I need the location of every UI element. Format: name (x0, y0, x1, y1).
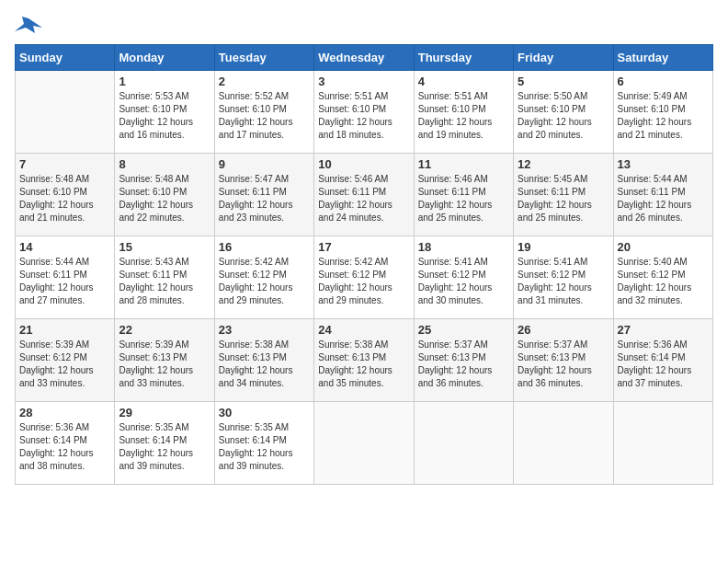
calendar-cell: 11 Sunrise: 5:46 AMSunset: 6:11 PMDaylig… (414, 154, 513, 236)
day-number: 15 (119, 240, 210, 254)
calendar-cell: 26 Sunrise: 5:37 AMSunset: 6:13 PMDaylig… (514, 319, 613, 402)
day-header-tuesday: Tuesday (214, 45, 313, 71)
day-info: Sunrise: 5:48 AMSunset: 6:10 PMDaylight:… (119, 173, 210, 224)
day-number: 3 (318, 75, 409, 88)
calendar-cell: 24 Sunrise: 5:38 AMSunset: 6:13 PMDaylig… (314, 319, 414, 402)
calendar-week-row: 1 Sunrise: 5:53 AMSunset: 6:10 PMDayligh… (16, 71, 713, 154)
calendar-cell: 1 Sunrise: 5:53 AMSunset: 6:10 PMDayligh… (115, 71, 214, 154)
day-info: Sunrise: 5:42 AMSunset: 6:12 PMDaylight:… (318, 256, 409, 307)
day-number: 25 (418, 323, 509, 337)
day-info: Sunrise: 5:36 AMSunset: 6:14 PMDaylight:… (618, 339, 709, 390)
day-number: 20 (618, 240, 709, 254)
calendar-cell: 14 Sunrise: 5:44 AMSunset: 6:11 PMDaylig… (16, 236, 115, 319)
day-info: Sunrise: 5:39 AMSunset: 6:12 PMDaylight:… (19, 339, 110, 390)
calendar-cell: 9 Sunrise: 5:47 AMSunset: 6:11 PMDayligh… (214, 154, 313, 236)
calendar-cell: 30 Sunrise: 5:35 AMSunset: 6:14 PMDaylig… (214, 402, 313, 485)
day-info: Sunrise: 5:46 AMSunset: 6:11 PMDaylight:… (318, 173, 409, 224)
day-info: Sunrise: 5:44 AMSunset: 6:11 PMDaylight:… (19, 256, 110, 307)
day-number: 28 (19, 406, 110, 419)
day-info: Sunrise: 5:35 AMSunset: 6:14 PMDaylight:… (119, 421, 210, 473)
day-number: 11 (418, 157, 509, 171)
calendar-cell: 6 Sunrise: 5:49 AMSunset: 6:10 PMDayligh… (613, 71, 712, 154)
day-number: 10 (318, 157, 409, 171)
day-info: Sunrise: 5:37 AMSunset: 6:13 PMDaylight:… (518, 339, 609, 390)
day-number: 6 (618, 75, 709, 88)
day-info: Sunrise: 5:44 AMSunset: 6:11 PMDaylight:… (618, 173, 709, 224)
day-number: 23 (219, 323, 310, 337)
calendar-cell (613, 402, 712, 485)
calendar-cell: 17 Sunrise: 5:42 AMSunset: 6:12 PMDaylig… (314, 236, 414, 319)
day-number: 26 (518, 323, 609, 337)
calendar-week-row: 28 Sunrise: 5:36 AMSunset: 6:14 PMDaylig… (16, 402, 713, 485)
calendar-cell: 4 Sunrise: 5:51 AMSunset: 6:10 PMDayligh… (414, 71, 513, 154)
day-info: Sunrise: 5:52 AMSunset: 6:10 PMDaylight:… (219, 90, 310, 142)
calendar-cell (314, 402, 414, 485)
day-number: 18 (418, 240, 509, 254)
day-number: 2 (219, 75, 310, 88)
day-info: Sunrise: 5:53 AMSunset: 6:10 PMDaylight:… (119, 90, 210, 142)
day-info: Sunrise: 5:48 AMSunset: 6:10 PMDaylight:… (19, 173, 110, 224)
calendar-cell: 28 Sunrise: 5:36 AMSunset: 6:14 PMDaylig… (16, 402, 115, 485)
calendar-cell: 13 Sunrise: 5:44 AMSunset: 6:11 PMDaylig… (613, 154, 712, 236)
day-info: Sunrise: 5:38 AMSunset: 6:13 PMDaylight:… (318, 339, 409, 390)
day-number: 16 (219, 240, 310, 254)
day-number: 7 (19, 157, 110, 171)
calendar-cell (16, 71, 115, 154)
calendar-cell: 23 Sunrise: 5:38 AMSunset: 6:13 PMDaylig… (214, 319, 313, 402)
day-header-monday: Monday (115, 45, 214, 71)
calendar-cell: 10 Sunrise: 5:46 AMSunset: 6:11 PMDaylig… (314, 154, 414, 236)
day-info: Sunrise: 5:45 AMSunset: 6:11 PMDaylight:… (518, 173, 609, 224)
day-info: Sunrise: 5:51 AMSunset: 6:10 PMDaylight:… (418, 90, 509, 142)
day-number: 1 (119, 75, 210, 88)
day-info: Sunrise: 5:43 AMSunset: 6:11 PMDaylight:… (119, 256, 210, 307)
calendar-cell: 18 Sunrise: 5:41 AMSunset: 6:12 PMDaylig… (414, 236, 513, 319)
day-header-saturday: Saturday (613, 45, 712, 71)
days-header-row: SundayMondayTuesdayWednesdayThursdayFrid… (16, 45, 713, 71)
calendar-cell: 16 Sunrise: 5:42 AMSunset: 6:12 PMDaylig… (214, 236, 313, 319)
day-info: Sunrise: 5:38 AMSunset: 6:13 PMDaylight:… (219, 339, 310, 390)
calendar-table: SundayMondayTuesdayWednesdayThursdayFrid… (15, 44, 713, 485)
day-info: Sunrise: 5:46 AMSunset: 6:11 PMDaylight:… (418, 173, 509, 224)
calendar-cell (414, 402, 513, 485)
calendar-cell: 19 Sunrise: 5:41 AMSunset: 6:12 PMDaylig… (514, 236, 613, 319)
day-number: 30 (219, 406, 310, 419)
day-info: Sunrise: 5:49 AMSunset: 6:10 PMDaylight:… (618, 90, 709, 142)
day-number: 12 (518, 157, 609, 171)
day-number: 4 (418, 75, 509, 88)
calendar-cell: 25 Sunrise: 5:37 AMSunset: 6:13 PMDaylig… (414, 319, 513, 402)
calendar-cell: 8 Sunrise: 5:48 AMSunset: 6:10 PMDayligh… (115, 154, 214, 236)
calendar-week-row: 21 Sunrise: 5:39 AMSunset: 6:12 PMDaylig… (16, 319, 713, 402)
day-info: Sunrise: 5:50 AMSunset: 6:10 PMDaylight:… (518, 90, 609, 142)
day-info: Sunrise: 5:40 AMSunset: 6:12 PMDaylight:… (618, 256, 709, 307)
day-info: Sunrise: 5:36 AMSunset: 6:14 PMDaylight:… (19, 421, 110, 473)
calendar-week-row: 7 Sunrise: 5:48 AMSunset: 6:10 PMDayligh… (16, 154, 713, 236)
calendar-cell (514, 402, 613, 485)
day-number: 19 (518, 240, 609, 254)
calendar-cell: 3 Sunrise: 5:51 AMSunset: 6:10 PMDayligh… (314, 71, 414, 154)
calendar-week-row: 14 Sunrise: 5:44 AMSunset: 6:11 PMDaylig… (16, 236, 713, 319)
day-number: 22 (119, 323, 210, 337)
day-number: 9 (219, 157, 310, 171)
calendar-cell: 7 Sunrise: 5:48 AMSunset: 6:10 PMDayligh… (16, 154, 115, 236)
calendar-cell: 27 Sunrise: 5:36 AMSunset: 6:14 PMDaylig… (613, 319, 712, 402)
day-info: Sunrise: 5:42 AMSunset: 6:12 PMDaylight:… (219, 256, 310, 307)
day-info: Sunrise: 5:39 AMSunset: 6:13 PMDaylight:… (119, 339, 210, 390)
day-number: 21 (19, 323, 110, 337)
day-info: Sunrise: 5:41 AMSunset: 6:12 PMDaylight:… (518, 256, 609, 307)
calendar-cell: 21 Sunrise: 5:39 AMSunset: 6:12 PMDaylig… (16, 319, 115, 402)
day-number: 24 (318, 323, 409, 337)
day-number: 8 (119, 157, 210, 171)
calendar-header: SundayMondayTuesdayWednesdayThursdayFrid… (16, 45, 713, 71)
day-header-wednesday: Wednesday (314, 45, 414, 71)
day-info: Sunrise: 5:41 AMSunset: 6:12 PMDaylight:… (418, 256, 509, 307)
calendar-cell: 29 Sunrise: 5:35 AMSunset: 6:14 PMDaylig… (115, 402, 214, 485)
logo-icon (15, 15, 42, 37)
calendar-cell: 20 Sunrise: 5:40 AMSunset: 6:12 PMDaylig… (613, 236, 712, 319)
day-number: 27 (618, 323, 709, 337)
logo (15, 15, 46, 37)
day-header-thursday: Thursday (414, 45, 513, 71)
calendar-body: 1 Sunrise: 5:53 AMSunset: 6:10 PMDayligh… (16, 71, 713, 485)
day-number: 14 (19, 240, 110, 254)
day-number: 17 (318, 240, 409, 254)
day-info: Sunrise: 5:51 AMSunset: 6:10 PMDaylight:… (318, 90, 409, 142)
